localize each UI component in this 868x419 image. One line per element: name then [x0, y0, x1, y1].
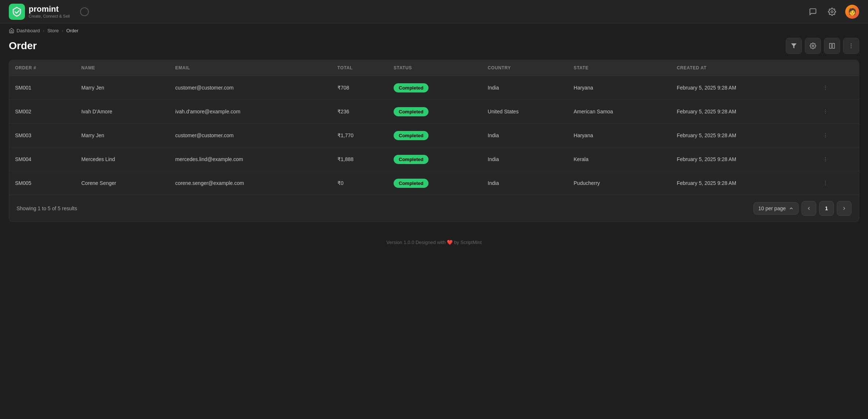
- table-settings-button[interactable]: [805, 38, 821, 54]
- page-header: Order: [9, 38, 859, 54]
- col-header-created-at: CREATED AT: [671, 60, 814, 76]
- cell-actions[interactable]: [814, 100, 859, 124]
- status-badge: Completed: [394, 131, 428, 140]
- nav-left: promint Create, Connect & Sell: [9, 4, 89, 20]
- cell-email: ivah.d'amore@example.com: [169, 100, 331, 124]
- pagination-controls: 10 per page 1: [753, 201, 851, 216]
- cell-total: ₹708: [332, 76, 388, 100]
- logo[interactable]: promint Create, Connect & Sell: [9, 4, 70, 20]
- svg-point-7: [851, 47, 851, 48]
- logo-text: promint Create, Connect & Sell: [29, 5, 70, 18]
- table-row[interactable]: SM004Mercedes Lindmercedes.lind@example.…: [9, 147, 859, 171]
- svg-rect-4: [833, 43, 835, 48]
- svg-point-12: [825, 111, 826, 112]
- table-row[interactable]: SM001Marry Jencustomer@customer.com₹708C…: [9, 76, 859, 100]
- cell-actions[interactable]: [814, 124, 859, 147]
- table-row[interactable]: SM002Ivah D'Amoreivah.d'amore@example.co…: [9, 100, 859, 124]
- footer-version-text: Version 1.0.0 Designed with: [386, 240, 445, 245]
- footer-suffix: by ScriptMint: [454, 240, 482, 245]
- svg-point-15: [825, 135, 826, 136]
- status-badge: Completed: [394, 83, 428, 92]
- cell-total: ₹0: [332, 171, 388, 195]
- cell-email: customer@customer.com: [169, 76, 331, 100]
- row-menu-button[interactable]: [820, 154, 831, 164]
- col-header-status: STATUS: [388, 60, 482, 76]
- orders-table: ORDER # NAME EMAIL TOTAL STATUS COUNTRY …: [9, 60, 859, 195]
- svg-point-2: [812, 45, 814, 47]
- per-page-label: 10 per page: [758, 205, 786, 211]
- cell-created-at: February 5, 2025 9:28 AM: [671, 100, 814, 124]
- user-avatar[interactable]: 🧑: [845, 5, 859, 19]
- cell-status: Completed: [388, 124, 482, 147]
- cell-state: Haryana: [568, 76, 671, 100]
- per-page-select[interactable]: 10 per page: [753, 202, 799, 215]
- cell-created-at: February 5, 2025 9:28 AM: [671, 124, 814, 147]
- svg-point-16: [825, 137, 826, 138]
- svg-point-20: [825, 181, 826, 182]
- pagination-bar: Showing 1 to 5 of 5 results 10 per page …: [9, 195, 859, 222]
- cell-state: Kerala: [568, 147, 671, 171]
- footer-heart-icon: ❤️: [447, 240, 454, 245]
- breadcrumb-current: Order: [66, 28, 78, 33]
- breadcrumb-store[interactable]: Store: [47, 28, 59, 33]
- svg-point-11: [825, 109, 826, 110]
- prev-page-button[interactable]: [802, 201, 816, 216]
- cell-country: India: [482, 171, 568, 195]
- filter-button[interactable]: [786, 38, 802, 54]
- table-row[interactable]: SM003Marry Jencustomer@customer.com₹1,77…: [9, 124, 859, 147]
- col-header-actions: [814, 60, 859, 76]
- cell-name: Marry Jen: [75, 124, 169, 147]
- table-header-row: ORDER # NAME EMAIL TOTAL STATUS COUNTRY …: [9, 60, 859, 76]
- cell-state: American Samoa: [568, 100, 671, 124]
- orders-table-container: ORDER # NAME EMAIL TOTAL STATUS COUNTRY …: [9, 60, 859, 222]
- cell-status: Completed: [388, 147, 482, 171]
- more-options-button[interactable]: [843, 38, 859, 54]
- footer: Version 1.0.0 Designed with ❤️ by Script…: [0, 231, 868, 254]
- cell-created-at: February 5, 2025 9:28 AM: [671, 76, 814, 100]
- status-badge: Completed: [394, 155, 428, 164]
- cell-created-at: February 5, 2025 9:28 AM: [671, 171, 814, 195]
- table-row[interactable]: SM005Corene Sengercorene.senger@example.…: [9, 171, 859, 195]
- cell-actions[interactable]: [814, 171, 859, 195]
- col-header-order-num: ORDER #: [9, 60, 75, 76]
- breadcrumb-sep-2: ›: [62, 28, 63, 33]
- cell-name: Corene Senger: [75, 171, 169, 195]
- cell-actions[interactable]: [814, 147, 859, 171]
- row-menu-button[interactable]: [820, 178, 831, 188]
- svg-point-8: [825, 85, 826, 86]
- cell-status: Completed: [388, 171, 482, 195]
- page-title: Order: [9, 40, 37, 52]
- cell-actions[interactable]: [814, 76, 859, 100]
- breadcrumb: Dashboard › Store › Order: [0, 23, 868, 35]
- messages-button[interactable]: [807, 6, 819, 18]
- cell-email: customer@customer.com: [169, 124, 331, 147]
- svg-point-0: [831, 11, 833, 13]
- col-header-state: STATE: [568, 60, 671, 76]
- svg-point-9: [825, 87, 826, 88]
- cell-total: ₹1,770: [332, 124, 388, 147]
- logo-icon: [9, 4, 25, 20]
- breadcrumb-dashboard: Dashboard: [17, 28, 40, 33]
- cell-email: mercedes.lind@example.com: [169, 147, 331, 171]
- cell-order-num: SM005: [9, 171, 75, 195]
- cell-order-num: SM004: [9, 147, 75, 171]
- svg-marker-1: [791, 43, 797, 48]
- cell-country: India: [482, 124, 568, 147]
- svg-point-6: [851, 45, 851, 46]
- settings-button[interactable]: [826, 6, 838, 18]
- cell-country: India: [482, 76, 568, 100]
- svg-rect-3: [829, 43, 831, 48]
- cell-status: Completed: [388, 76, 482, 100]
- toolbar-right: [786, 38, 859, 54]
- breadcrumb-home[interactable]: Dashboard: [9, 28, 40, 33]
- row-menu-button[interactable]: [820, 106, 831, 117]
- next-page-button[interactable]: [837, 201, 851, 216]
- svg-point-5: [851, 44, 851, 44]
- svg-point-22: [825, 185, 826, 185]
- showing-text: Showing 1 to 5 of 5 results: [17, 205, 77, 211]
- row-menu-button[interactable]: [820, 130, 831, 141]
- row-menu-button[interactable]: [820, 83, 831, 93]
- columns-button[interactable]: [824, 38, 840, 54]
- svg-point-21: [825, 183, 826, 183]
- cell-name: Marry Jen: [75, 76, 169, 100]
